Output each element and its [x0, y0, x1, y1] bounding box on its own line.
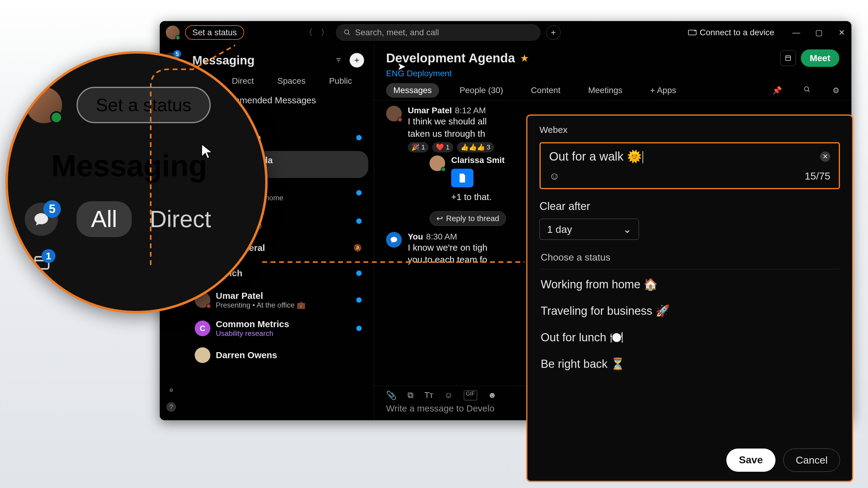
chevron-down-icon: ⌄: [623, 223, 631, 235]
connect-device-button[interactable]: Connect to a device: [688, 28, 775, 37]
cancel-button[interactable]: Cancel: [783, 449, 840, 472]
status-option[interactable]: Traveling for business 🚀: [539, 298, 840, 324]
file-icon: [451, 169, 473, 187]
message-author: Umar Patel: [408, 106, 452, 115]
dropdown-value: 1 day: [547, 224, 572, 235]
callout-tab-all: All: [76, 201, 132, 237]
screenshot-icon[interactable]: ⧉: [407, 390, 413, 400]
search-icon: [344, 29, 351, 36]
callout-cursor-icon: [199, 143, 216, 164]
tab-people[interactable]: People (30): [453, 83, 510, 98]
callout-messaging: Messaging: [51, 149, 247, 183]
callout-tab-direct: Direct: [150, 205, 211, 233]
user-avatar[interactable]: [166, 26, 180, 39]
space-tabs: Messages People (30) Content Meetings + …: [374, 81, 851, 100]
message-time: 8:30 AM: [426, 232, 457, 241]
svg-point-11: [804, 87, 809, 91]
callout-set-status: Set a status: [76, 87, 211, 123]
callout-avatar: [26, 87, 62, 123]
list-item[interactable]: CCommon MetricsUsability research: [188, 315, 368, 342]
favorite-star-icon[interactable]: ★: [520, 52, 529, 64]
callout-badge: 5: [43, 200, 61, 218]
nav-back-button[interactable]: 〈: [303, 27, 314, 38]
separator: [539, 269, 840, 269]
clear-status-button[interactable]: ✕: [820, 152, 830, 162]
content-button[interactable]: [780, 50, 796, 66]
filter-icon[interactable]: [333, 55, 344, 65]
svg-line-12: [808, 90, 809, 92]
svg-rect-9: [786, 56, 790, 61]
emoji-picker-icon[interactable]: ☺: [444, 390, 453, 400]
status-value: Out for a walk 🌞: [549, 150, 820, 164]
svg-line-1: [348, 33, 350, 35]
save-button[interactable]: Save: [726, 449, 775, 472]
message-author: Clarissa Smit: [451, 156, 504, 165]
unread-dot: [356, 135, 362, 140]
gif-icon[interactable]: GIF: [464, 390, 477, 400]
message-avatar[interactable]: [386, 232, 402, 248]
set-status-button[interactable]: Set a status: [185, 25, 244, 40]
reaction[interactable]: 🎉1: [408, 142, 429, 153]
tab-spaces[interactable]: Spaces: [271, 74, 312, 88]
status-option[interactable]: Working from home 🏠: [539, 271, 840, 298]
tab-public[interactable]: Public: [322, 74, 359, 88]
cursor-icon: ➤: [397, 60, 406, 72]
svg-point-3: [695, 30, 695, 31]
settings-icon[interactable]: ⚙: [169, 387, 173, 393]
attach-icon[interactable]: 📎: [386, 390, 397, 400]
message-author: You: [408, 232, 423, 241]
callout-chat-icon: 5: [25, 203, 58, 236]
bitmoji-icon[interactable]: ☻: [488, 390, 497, 400]
message-avatar[interactable]: [430, 156, 445, 171]
choose-label: Choose a status: [541, 252, 839, 263]
device-icon: [688, 29, 697, 36]
tab-meetings[interactable]: Meetings: [581, 83, 629, 98]
sidebar-add-button[interactable]: +: [350, 53, 364, 67]
popover-title: Webex: [539, 125, 840, 135]
tab-direct[interactable]: Direct: [225, 74, 260, 88]
presence-dot: [176, 35, 180, 40]
message-avatar[interactable]: [386, 106, 402, 121]
minimize-button[interactable]: —: [792, 28, 800, 37]
window-icon: [784, 55, 792, 62]
tab-messages[interactable]: Messages: [386, 83, 439, 98]
status-option[interactable]: Be right back ⏳: [539, 351, 840, 377]
space-settings-icon[interactable]: ⚙: [832, 86, 839, 95]
message-time: 8:12 AM: [455, 106, 486, 115]
list-item[interactable]: Darren Owens: [188, 343, 368, 367]
svg-point-0: [344, 30, 349, 34]
status-popover: Webex Out for a walk 🌞 ✕ ☺ 15/75 Clear a…: [526, 115, 853, 482]
status-input[interactable]: Out for a walk 🌞 ✕ ☺ 15/75: [539, 142, 840, 189]
reaction[interactable]: ❤️1: [432, 142, 453, 153]
muted-icon: 🔕: [353, 244, 362, 252]
nav-forward-button[interactable]: 〉: [319, 27, 330, 38]
status-option[interactable]: Out for lunch 🍽️: [539, 324, 840, 351]
clear-after-dropdown[interactable]: 1 day ⌄: [539, 219, 639, 240]
clear-after-label: Clear after: [539, 200, 840, 213]
help-icon[interactable]: ?: [166, 402, 176, 412]
chat-icon: [390, 236, 398, 244]
global-add-button[interactable]: +: [546, 25, 561, 40]
connect-label: Connect to a device: [700, 28, 775, 37]
maximize-button[interactable]: ▢: [815, 28, 823, 37]
tab-content[interactable]: Content: [524, 83, 567, 98]
reply-thread-button[interactable]: ↩ Reply to thread: [430, 211, 506, 226]
callout-calendar-icon: 1: [31, 252, 53, 272]
reaction[interactable]: 👍👍👍3: [457, 142, 494, 153]
team-link[interactable]: ENG Deployment: [374, 69, 851, 81]
char-counter: 15/75: [805, 170, 830, 182]
pin-icon[interactable]: 📌: [772, 86, 782, 95]
close-button[interactable]: ✕: [838, 28, 845, 37]
search-space-icon[interactable]: [804, 86, 811, 95]
search-input[interactable]: Search, meet, and call: [336, 24, 541, 41]
emoji-button[interactable]: ☺: [549, 170, 560, 182]
format-icon[interactable]: Tт: [424, 390, 433, 400]
zoom-callout: Set a status Messaging 5 All Direct 1: [5, 51, 268, 313]
title-bar: Set a status ➤ 〈 〉 Search, meet, and cal…: [160, 21, 851, 44]
search-placeholder: Search, meet, and call: [355, 28, 439, 37]
meet-button[interactable]: Meet: [801, 50, 839, 67]
tab-apps[interactable]: + Apps: [643, 83, 683, 98]
window-controls: — ▢ ✕: [792, 28, 845, 37]
list-item[interactable]: Umar PatelPresenting • At the office 💼: [188, 287, 368, 314]
sidebar-heading: Messaging: [192, 54, 327, 67]
